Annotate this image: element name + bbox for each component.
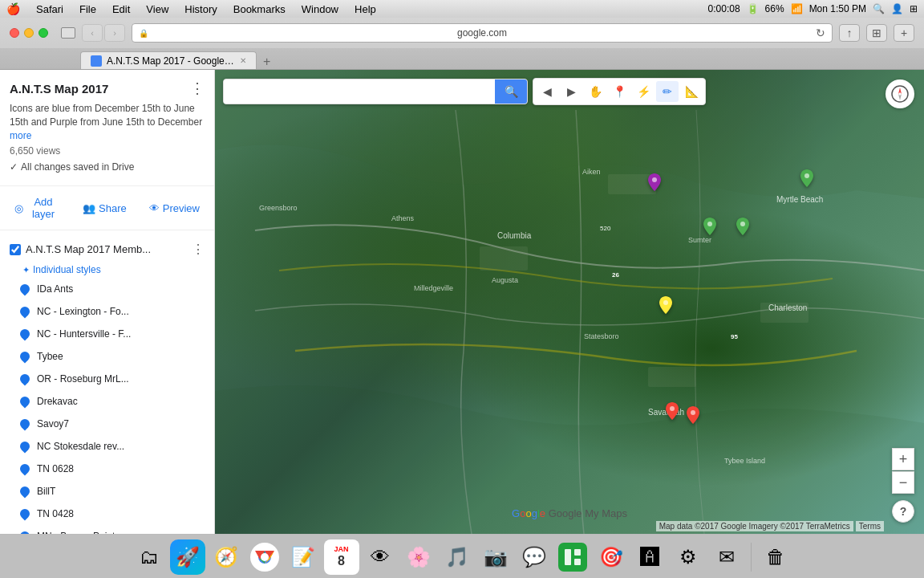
sidebar-toggle[interactable]	[61, 27, 75, 39]
dock-item-launchpad[interactable]: 🚀	[170, 539, 205, 575]
back-button[interactable]: ‹	[82, 24, 103, 42]
new-tab-button[interactable]: ⊞	[866, 24, 887, 42]
reload-button[interactable]: ↻	[816, 26, 825, 39]
map-search-box[interactable]: 🔍	[223, 79, 528, 104]
menu-bookmarks[interactable]: Bookmarks	[230, 2, 289, 16]
tab-title: A.N.T.S Map 2017 - Google My Maps	[107, 55, 235, 67]
add-layer-button[interactable]: ◎ Add layer	[10, 193, 65, 223]
notification-icon[interactable]: 👤	[891, 3, 903, 14]
undo-tool[interactable]: ◀	[536, 81, 558, 102]
map-pin[interactable]	[687, 406, 699, 427]
pan-tool[interactable]: ✋	[584, 81, 606, 102]
share-button[interactable]: ↑	[839, 24, 860, 42]
list-item[interactable]: NC - Huntersville - F...	[0, 323, 214, 345]
item-label: Drekavac	[37, 396, 205, 407]
svg-point-21	[707, 222, 712, 226]
apple-menu[interactable]: 🍎	[6, 2, 20, 15]
svg-point-23	[663, 300, 668, 305]
dock-item-facetime[interactable]: 📷	[478, 539, 513, 575]
menu-file[interactable]: File	[76, 2, 99, 16]
minimize-button[interactable]	[24, 28, 34, 38]
list-item[interactable]: MN - Breezy Point - ...	[0, 525, 214, 534]
map-pin[interactable]	[703, 218, 716, 238]
dock-item-system-prefs[interactable]: ⚙	[671, 539, 706, 575]
menu-view[interactable]: View	[143, 2, 172, 16]
dock-item-numbers[interactable]	[555, 539, 590, 575]
map-pin[interactable]	[800, 169, 813, 190]
zoom-out-button[interactable]: −	[892, 471, 914, 494]
help-button[interactable]: ?	[892, 500, 914, 523]
menu-help[interactable]: Help	[351, 2, 379, 16]
item-label: TN 0628	[37, 463, 205, 474]
more-options-button[interactable]: ⋮	[190, 79, 205, 97]
draw-tool[interactable]: ✏	[656, 81, 679, 102]
dock-item-safari[interactable]: 🧭	[209, 539, 244, 575]
map-search-button[interactable]: 🔍	[495, 79, 527, 104]
preview-icon: 👁	[149, 202, 160, 214]
menu-safari[interactable]: Safari	[33, 2, 67, 16]
map-pin[interactable]	[736, 218, 749, 238]
map-pin[interactable]	[648, 173, 661, 194]
dock-item-chrome[interactable]	[247, 539, 282, 575]
zoom-in-button[interactable]: +	[892, 448, 914, 470]
list-item[interactable]: OR - Roseburg MrL...	[0, 368, 214, 390]
map-area[interactable]: Columbia Myrtle Beach Charleston Savanna…	[215, 70, 924, 534]
dock-item-word[interactable]: 📝	[286, 539, 321, 575]
compass-button[interactable]	[886, 79, 914, 108]
list-item[interactable]: NC Stokesdale rev...	[0, 435, 214, 458]
svg-text:Statesboro: Statesboro	[584, 332, 619, 340]
list-item[interactable]: Savoy7	[0, 413, 214, 435]
list-item[interactable]: BillT	[0, 480, 214, 503]
list-item[interactable]: IDa Ants	[0, 278, 214, 300]
dock-item-mail[interactable]: ✉	[709, 539, 744, 575]
menu-window[interactable]: Window	[298, 2, 342, 16]
dock: 🗂 🚀 🧭 📝 JAN8 👁 🌸 🎵 📷 💬 🎯 🅰 ⚙ ✉ 🗑	[0, 534, 924, 578]
dock-item-messages[interactable]: 💬	[517, 539, 552, 575]
directions-tool[interactable]: ⚡	[632, 81, 654, 102]
list-item[interactable]: NC - Lexington - Fo...	[0, 300, 214, 323]
address-bar[interactable]: 🔒 google.com ↻	[132, 23, 833, 43]
list-item[interactable]: TN 0428	[0, 503, 214, 525]
map-pin[interactable]	[666, 402, 679, 423]
terms-link[interactable]: Terms	[856, 521, 884, 531]
dock-separator	[751, 543, 752, 572]
maximize-button[interactable]	[38, 28, 48, 38]
list-item[interactable]: TN 0628	[0, 458, 214, 480]
search-icon[interactable]: 🔍	[873, 3, 885, 14]
dock-item-finder[interactable]: 🗂	[132, 539, 167, 575]
dock-item-music[interactable]: 🎵	[440, 539, 475, 575]
close-button[interactable]	[10, 28, 19, 38]
svg-text:Myrtle Beach: Myrtle Beach	[776, 195, 823, 204]
item-label: BillT	[37, 486, 205, 497]
menu-edit[interactable]: Edit	[109, 2, 133, 16]
share-button[interactable]: 👥 Share	[78, 199, 132, 218]
add-bookmark-button[interactable]: +	[894, 24, 914, 42]
more-description-link[interactable]: more	[10, 130, 31, 141]
list-item[interactable]: Drekavac	[0, 390, 214, 413]
browser-tab[interactable]: A.N.T.S Map 2017 - Google My Maps ✕	[80, 51, 257, 69]
pin-icon	[19, 394, 30, 409]
map-pin[interactable]	[659, 296, 672, 317]
dock-item-calendar[interactable]: JAN8	[324, 539, 359, 575]
forward-button[interactable]: ›	[104, 24, 125, 42]
preview-button[interactable]: 👁 Preview	[144, 199, 205, 218]
individual-styles-label[interactable]: ✦ Individual styles	[0, 262, 214, 278]
map-search-input[interactable]	[224, 79, 495, 104]
dock-item-trash[interactable]: 🗑	[758, 539, 793, 575]
dock-item-photos[interactable]: 🌸	[401, 539, 436, 575]
control-center-icon[interactable]: ⊞	[910, 3, 918, 14]
layer-menu-button[interactable]: ⋮	[192, 242, 205, 257]
layer-checkbox[interactable]	[10, 244, 21, 255]
svg-text:Augusta: Augusta	[492, 276, 518, 284]
dock-item-preview[interactable]: 👁	[363, 539, 398, 575]
dock-item-keynote[interactable]: 🎯	[594, 539, 629, 575]
menu-history[interactable]: History	[181, 2, 220, 16]
svg-text:Tybee Island: Tybee Island	[724, 457, 765, 465]
new-tab-plus-button[interactable]: +	[260, 55, 274, 69]
list-item[interactable]: Tybee	[0, 345, 214, 368]
dock-item-appstore[interactable]: 🅰	[632, 539, 667, 575]
marker-tool[interactable]: 📍	[608, 81, 630, 102]
measure-tool[interactable]: 📐	[680, 81, 703, 102]
redo-tool[interactable]: ▶	[560, 81, 582, 102]
tab-close-button[interactable]: ✕	[240, 56, 246, 65]
